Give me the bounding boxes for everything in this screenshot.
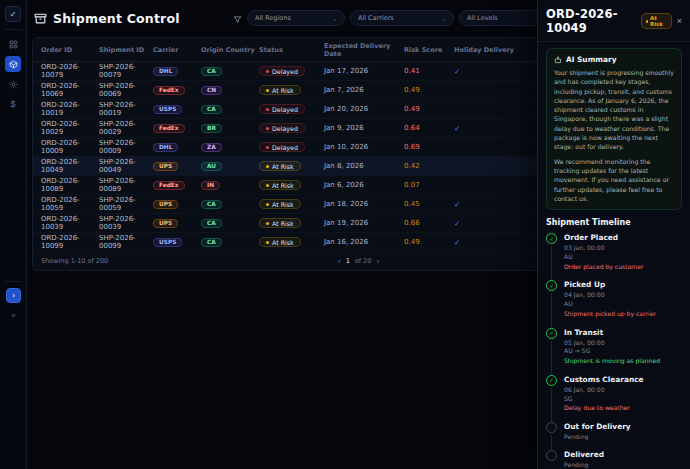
status-label: At Risk xyxy=(272,163,294,170)
origin-badge: CA xyxy=(201,200,222,209)
ai-summary-title: AI Summary xyxy=(566,55,616,64)
region-filter-select[interactable]: All Regions ⌄ xyxy=(247,10,345,26)
order-id-cell: ORD-2026-10069 xyxy=(41,82,99,98)
timeline-event-body: In Transit 05 Jan, 00:00 AU → SG Shipmen… xyxy=(564,328,660,375)
carrier-filter-select[interactable]: All Carriers ⌄ xyxy=(350,10,454,26)
event-title: Delivered xyxy=(564,450,604,459)
event-note: Shipment is moving as planned xyxy=(564,357,660,366)
next-page-button[interactable]: › xyxy=(376,257,379,266)
timeline-rail: ✓ xyxy=(546,233,557,280)
order-id-cell: ORD-2026-10039 xyxy=(41,215,99,231)
status-dot-icon xyxy=(266,70,269,73)
event-title: Customs Clearance xyxy=(564,375,644,384)
carrier-badge: FedEx xyxy=(153,124,185,133)
holiday-check-icon: ✓ xyxy=(454,67,460,76)
origin-badge: CA xyxy=(201,105,222,114)
timeline-connector xyxy=(551,246,552,280)
timeline-event-body: Customs Clearance 06 Jan, 00:00 SG Delay… xyxy=(564,375,644,422)
timeline-connector xyxy=(551,293,552,327)
status-badge: At Risk xyxy=(259,199,301,209)
event-time: 06 Jan, 00:00 xyxy=(564,386,644,395)
origin-badge: CN xyxy=(201,86,222,95)
sidebar-item-dashboard[interactable] xyxy=(5,36,21,52)
sidebar-divider xyxy=(5,281,22,282)
panel-header: ORD-2026-10049 At Risk × xyxy=(538,0,690,42)
status-dot-icon xyxy=(266,241,269,244)
status-badge: At Risk xyxy=(641,13,672,29)
shipment-id-cell: SHP-2026-00019 xyxy=(99,101,153,117)
sidebar-item-settings[interactable] xyxy=(5,76,21,92)
status-label: At Risk xyxy=(272,201,294,208)
timeline: ✓ Order Placed 03 Jan, 00:00 AU Order pl… xyxy=(546,233,682,469)
shipment-id-cell: SHP-2026-00059 xyxy=(99,196,153,212)
collapse-sidebar-button[interactable]: « xyxy=(11,311,15,320)
timeline-event: ✓ Customs Clearance 06 Jan, 00:00 SG Del… xyxy=(546,375,682,422)
shipment-id-cell: SHP-2026-00099 xyxy=(99,234,153,250)
gear-icon xyxy=(9,80,18,89)
timeline-event-body: Order Placed 03 Jan, 00:00 AU Order plac… xyxy=(564,233,644,280)
logo-check-icon: ✓ xyxy=(10,10,17,19)
status-badge: At Risk xyxy=(259,161,301,171)
order-id-cell: ORD-2026-10049 xyxy=(41,158,99,174)
carrier-badge: DHL xyxy=(153,67,178,76)
close-panel-button[interactable]: × xyxy=(677,16,682,26)
column-header-expected-delivery: Expected Delivery Date xyxy=(324,42,404,58)
sidebar-item-billing[interactable]: $ xyxy=(5,96,21,112)
title-group: Shipment Control xyxy=(34,11,180,26)
status-label: Delayed xyxy=(272,125,298,132)
robot-icon xyxy=(554,56,562,64)
carrier-badge: UPS xyxy=(153,162,178,171)
order-id-cell: ORD-2026-10099 xyxy=(41,234,99,250)
origin-badge: IN xyxy=(201,181,220,190)
expected-delivery-cell: Jan 8, 2026 xyxy=(324,162,404,170)
expected-delivery-cell: Jan 18, 2026 xyxy=(324,200,404,208)
showing-count-label: Showing 1-10 of 200 xyxy=(41,257,108,265)
shipment-id-cell: SHP-2026-00009 xyxy=(99,139,153,155)
prev-page-button[interactable]: ‹ xyxy=(338,257,341,266)
risk-score: 0.49 xyxy=(404,105,454,113)
carrier-badge: DHL xyxy=(153,143,178,152)
event-note: Pending xyxy=(564,433,631,442)
holiday-check-icon: ✓ xyxy=(454,219,460,228)
timeline-rail: ✓ xyxy=(546,450,557,469)
timeline-status-circle-icon: ✓ xyxy=(546,328,557,339)
ai-summary-card: AI Summary Your shipment is progressing … xyxy=(546,48,682,210)
status-label: Delayed xyxy=(272,144,298,151)
risk-score: 0.64 xyxy=(404,124,454,132)
status-label: Delayed xyxy=(272,68,298,75)
double-chevron-left-icon: « xyxy=(11,311,15,320)
expected-delivery-cell: Jan 20, 2026 xyxy=(324,105,404,113)
chevron-left-icon: ‹ xyxy=(338,257,341,266)
timeline-status-circle-icon: ✓ xyxy=(546,422,557,433)
status-label: At Risk xyxy=(272,182,294,189)
event-title: Order Placed xyxy=(564,233,644,242)
holiday-check-icon: ✓ xyxy=(454,200,460,209)
chat-button[interactable]: › xyxy=(6,288,21,303)
carrier-badge: UPS xyxy=(153,219,178,228)
order-id-cell: ORD-2026-10009 xyxy=(41,139,99,155)
order-id-cell: ORD-2026-10019 xyxy=(41,101,99,117)
status-badge-label: At Risk xyxy=(650,15,667,27)
chevron-down-icon: ⌄ xyxy=(441,15,446,22)
column-header-carrier: Carrier xyxy=(153,46,201,54)
event-time: 04 Jan, 00:00 xyxy=(564,291,656,300)
event-title: In Transit xyxy=(564,328,660,337)
timeline-rail: ✓ xyxy=(546,422,557,451)
status-dot-icon xyxy=(266,222,269,225)
expected-delivery-cell: Jan 6, 2026 xyxy=(324,181,404,189)
column-header-origin-country: Origin Country xyxy=(201,46,259,54)
filter-funnel-icon xyxy=(233,9,242,28)
order-id-cell: ORD-2026-10089 xyxy=(41,177,99,193)
event-time: 05 Jan, 00:00 xyxy=(564,339,660,348)
filter-bar: All Regions ⌄ All Carriers ⌄ All Levels … xyxy=(233,9,555,28)
timeline-connector xyxy=(551,341,552,375)
level-filter-value: All Levels xyxy=(467,14,498,22)
expected-delivery-cell: Jan 16, 2026 xyxy=(324,238,404,246)
sidebar-item-shipments[interactable] xyxy=(5,56,21,72)
pagination: ‹ 1 of 20 › xyxy=(338,257,379,266)
column-header-risk-score: Risk Score xyxy=(404,46,454,54)
timeline-status-circle-icon: ✓ xyxy=(546,280,557,291)
current-page-label: 1 xyxy=(346,257,350,265)
carrier-badge: USPS xyxy=(153,105,182,114)
page-count-label: of 20 xyxy=(355,257,372,265)
